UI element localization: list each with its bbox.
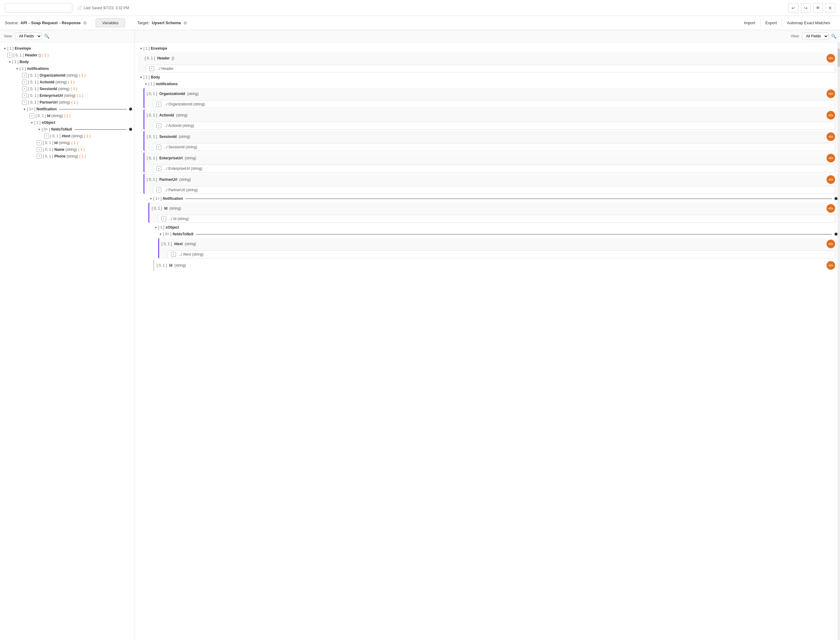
tree-fieldstonull[interactable]: ▼ [ 0+ ] fieldsToNull: [0, 126, 135, 133]
code-badge[interactable]: </>: [827, 54, 835, 63]
target-sobject[interactable]: ▼ [ 1 ] sObject: [135, 224, 840, 231]
expand-icon[interactable]: +: [22, 93, 27, 98]
target-sobject-id-row[interactable]: [ 0, 1 ] Id (string) </>: [154, 259, 838, 271]
left-view-select[interactable]: All Fields: [15, 32, 42, 40]
close-button[interactable]: ✕: [825, 3, 835, 13]
target-prefix: Target:: [137, 21, 149, 25]
target-enterpriseurl-row[interactable]: [ 0, 1 ] EnterpriseUrl (string) </>: [145, 152, 838, 164]
tree-organizationid[interactable]: + [ 0, 1 ] OrganizationId (string) ( 1 ): [0, 72, 135, 79]
preview-button[interactable]: 👁: [813, 3, 823, 13]
target-text-row[interactable]: [ 0, 1 ] #text (string) </>: [159, 238, 838, 250]
target-partnerurl-group: [ 0, 1 ] PartnerUrl (string) </> + ../ P…: [143, 174, 838, 194]
left-search-button[interactable]: 🔍: [44, 34, 49, 39]
tree-actionid[interactable]: + [ 0, 1 ] ActionId (string) ( 1 ): [0, 79, 135, 86]
tree-sobject-id[interactable]: + [ 0, 1 ] Id (string) ( 1 ): [0, 139, 135, 146]
expand-icon[interactable]: +: [22, 79, 27, 84]
target-sessionid-row[interactable]: [ 0, 1 ] SessionId (string) </>: [145, 131, 838, 143]
chevron-icon: ▼: [22, 107, 27, 112]
expand-icon[interactable]: +: [156, 102, 161, 107]
tree-partnerurl[interactable]: + [ 0, 1 ] PartnerUrl (string) ( 1 ): [0, 99, 135, 106]
right-search-button[interactable]: 🔍: [831, 34, 836, 39]
right-view-select[interactable]: All Fields: [802, 32, 829, 40]
target-enterpriseurl-group: [ 0, 1 ] EnterpriseUrl (string) </> + ..…: [143, 152, 838, 172]
automap-button[interactable]: Automap Exact Matches: [782, 19, 835, 27]
expand-icon[interactable]: +: [156, 145, 161, 149]
code-badge[interactable]: </>: [827, 240, 835, 248]
target-notification[interactable]: ▼ [ 1+ ] Notification: [135, 195, 840, 202]
expand-icon[interactable]: +: [156, 123, 161, 128]
tree-notification[interactable]: ▼ [ 1+ ] Notification: [0, 106, 135, 112]
tree-sobject[interactable]: ▼ [ 1 ] sObject: [0, 119, 135, 126]
left-panel: View: All Fields 🔍 ▼ [ 1 ] Envelope + [ …: [0, 30, 135, 640]
target-partnerurl-row[interactable]: [ 0, 1 ] PartnerUrl (string) </>: [145, 174, 838, 185]
expand-icon[interactable]: +: [22, 100, 27, 105]
partnerurl-mapping-box: + ../ PartnerUrl (string): [153, 186, 835, 194]
left-view-label: View:: [4, 34, 13, 38]
expand-icon[interactable]: +: [171, 252, 176, 257]
undo-button[interactable]: ↩: [788, 3, 798, 13]
expand-icon[interactable]: +: [44, 134, 49, 138]
code-badge[interactable]: </>: [827, 111, 835, 120]
expand-icon[interactable]: +: [29, 113, 34, 118]
export-button[interactable]: Export: [760, 19, 782, 27]
tree-body[interactable]: ▼ [ 1 ] Body: [0, 58, 135, 65]
expand-icon[interactable]: +: [37, 140, 42, 145]
tree-envelope[interactable]: ▼ [ 1 ] Envelope: [0, 45, 135, 52]
target-orgid-row[interactable]: [ 0, 1 ] OrganizationId (string) </>: [145, 88, 838, 100]
code-badge[interactable]: </>: [827, 154, 835, 162]
target-section: Target: Upsert Schema ⚙: [137, 21, 187, 26]
code-badge[interactable]: </>: [827, 132, 835, 141]
target-fieldstonull[interactable]: ▼ [ 0+ ] fieldsToNull: [135, 231, 840, 237]
tree-notifications[interactable]: ▼ [ 1 ] notifications: [0, 65, 135, 72]
target-notification-id-group: [ 0, 1 ] Id (string) </> + ../ Id (strin…: [148, 203, 838, 223]
connector-dot: [129, 107, 132, 110]
expand-icon[interactable]: +: [22, 73, 27, 78]
target-notification-id-row[interactable]: [ 0, 1 ] Id (string) </>: [149, 203, 838, 214]
target-notifications[interactable]: ▼ [ 1 ] notifications: [135, 81, 840, 88]
target-gear-icon[interactable]: ⚙: [183, 21, 187, 26]
variables-tab[interactable]: Variables: [96, 18, 125, 27]
main-layout: View: All Fields 🔍 ▼ [ 1 ] Envelope + [ …: [0, 30, 840, 640]
expand-icon[interactable]: +: [22, 86, 27, 91]
sub-header: Source: API→Soap Request→Response ⚙ Vari…: [0, 16, 840, 30]
tree-text[interactable]: + [ 0, 1 ] #text (string) ( 1 ): [0, 133, 135, 139]
header-bar: New Transformation 📄 Last Saved 9/7/23, …: [0, 0, 840, 16]
target-body[interactable]: ▼ [ 1 ] Body: [135, 74, 840, 81]
expand-icon[interactable]: +: [156, 166, 161, 171]
right-panel-wrapper: View: All Fields 🔍 ▼ [ 1 ] Envelope [ 0,…: [135, 30, 840, 640]
tree-notification-id[interactable]: + [ 0, 1 ] Id (string) ( 1 ): [0, 112, 135, 119]
target-sobject-id-group: [ 0, 1 ] Id (string) </>: [153, 259, 838, 271]
expand-icon[interactable]: +: [161, 216, 166, 221]
target-actionid-row[interactable]: [ 0, 1 ] ActionId (string) </>: [145, 109, 838, 121]
tree-enterpriseurl[interactable]: + [ 0, 1 ] EnterpriseUrl (string) ( 1 ): [0, 92, 135, 99]
source-gear-icon[interactable]: ⚙: [83, 21, 87, 26]
code-badge[interactable]: </>: [827, 261, 835, 270]
code-badge[interactable]: </>: [827, 204, 835, 213]
tree-phone[interactable]: + [ 0, 1 ] Phone (string) ( 1 ): [0, 153, 135, 160]
expand-icon[interactable]: +: [156, 188, 161, 193]
header-right: ↩ ↪ 👁 ✕: [788, 3, 835, 13]
redo-button[interactable]: ↪: [801, 3, 811, 13]
expand-icon[interactable]: +: [149, 66, 154, 71]
connector-dot-2: [129, 128, 132, 131]
chevron-icon: ▼: [7, 60, 12, 64]
expand-icon[interactable]: +: [7, 53, 12, 58]
scrollbar-track: [838, 42, 840, 640]
target-header-row[interactable]: [ 0, 1 ] Header () </>: [137, 52, 838, 64]
tree-sessionid[interactable]: + [ 0, 1 ] SessionId (string) ( 1 ): [0, 86, 135, 92]
expand-icon[interactable]: +: [37, 147, 42, 152]
scrollbar-thumb[interactable]: [838, 49, 840, 67]
source-label: Source: API→Soap Request→Response: [5, 21, 81, 25]
import-button[interactable]: Import: [739, 19, 760, 27]
sessionid-mapping-box: + ../ SessionId (string): [153, 143, 835, 151]
chevron-icon: ▼: [2, 46, 7, 51]
code-badge[interactable]: </>: [827, 175, 835, 184]
title-input[interactable]: New Transformation: [5, 3, 72, 13]
sub-header-actions: Import Export Automap Exact Matches: [739, 19, 835, 27]
sub-header-left: Source: API→Soap Request→Response ⚙ Vari…: [5, 18, 125, 27]
code-badge[interactable]: </>: [827, 89, 835, 98]
tree-name[interactable]: + [ 0, 1 ] Name (string) ( 1 ): [0, 146, 135, 153]
target-envelope[interactable]: ▼ [ 1 ] Envelope: [135, 45, 840, 52]
tree-header[interactable]: + [ 0, 1 ] Header () ( 1 ): [0, 52, 135, 58]
expand-icon[interactable]: +: [37, 154, 42, 159]
